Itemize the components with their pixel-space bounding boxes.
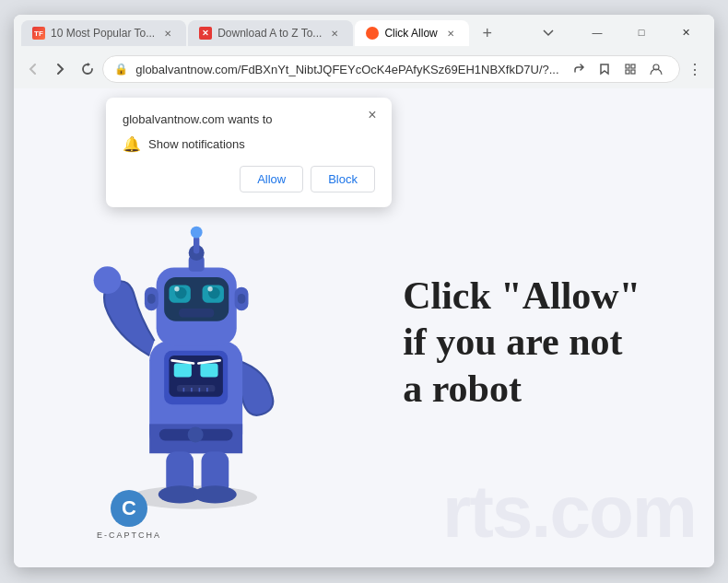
address-actions [567,57,668,81]
tab1-close[interactable]: ✕ [160,26,175,41]
svg-point-42 [194,485,237,503]
svg-point-26 [191,227,203,239]
popup-notification-text: Show notifications [148,137,245,151]
tab2-close[interactable]: ✕ [327,26,342,41]
page-content: rts.com [14,88,714,567]
new-tab-button[interactable]: + [475,20,500,46]
minimize-button[interactable]: — [576,18,618,46]
tab-dropdown-button[interactable] [535,20,561,46]
svg-rect-14 [200,364,217,378]
browser-window: TF 10 Most Popular To... ✕ ✕ Download A … [14,15,714,567]
tab-3[interactable]: Click Allow ✕ [355,20,468,46]
extension-button[interactable] [618,57,642,81]
share-button[interactable] [567,57,591,81]
tab1-favicon: TF [32,27,45,40]
popup-close-button[interactable]: × [362,105,382,125]
address-text: globalvantnow.com/FdBXnYt_NibtJQFEYcOcK4… [135,63,558,76]
svg-rect-38 [238,294,246,304]
watermark: rts.com [442,475,696,549]
text-line2: if you are not [403,319,640,365]
ecaptcha-logo: C E-CAPTCHA [97,490,161,540]
back-button[interactable] [21,56,44,82]
notification-popup: × globalvantnow.com wants to 🔔 Show noti… [106,98,392,207]
tab2-favicon: ✕ [199,27,212,40]
tab-1[interactable]: TF 10 Most Popular To... ✕ [21,20,186,46]
text-line1: Click "Allow" [403,273,640,319]
svg-rect-37 [147,294,156,304]
tabs-row: TF 10 Most Popular To... ✕ ✕ Download A … [14,20,569,46]
svg-point-10 [188,427,204,443]
block-button[interactable]: Block [311,166,375,192]
bookmark-button[interactable] [593,57,616,81]
profile-button[interactable] [644,57,668,81]
tab3-title: Click Allow [384,27,437,40]
maximize-button[interactable]: □ [620,18,663,46]
popup-title: globalvantnow.com wants to [123,112,375,126]
svg-rect-0 [626,64,629,68]
svg-rect-25 [194,236,199,253]
ecaptcha-icon: C [111,490,147,527]
svg-rect-2 [626,70,629,74]
tab3-close[interactable]: ✕ [443,26,458,41]
address-bar-row: 🔒 globalvantnow.com/FdBXnYt_NibtJQFEYcOc… [14,50,714,88]
ecaptcha-label: E-CAPTCHA [97,531,161,540]
svg-rect-1 [631,64,635,68]
lock-icon: 🔒 [114,63,128,76]
tab2-title: Download A to Z To... [217,27,322,40]
reload-button[interactable] [76,56,99,82]
address-bar[interactable]: 🔒 globalvantnow.com/FdBXnYt_NibtJQFEYcOc… [102,55,679,83]
menu-button[interactable]: ⋮ [684,56,707,82]
forward-button[interactable] [48,56,71,82]
popup-buttons: Allow Block [123,166,375,192]
svg-rect-3 [631,70,635,74]
robot-illustration [69,199,318,512]
close-button[interactable]: ✕ [664,18,707,46]
svg-rect-17 [177,385,215,391]
main-text: Click "Allow" if you are not a robot [403,273,640,412]
svg-point-32 [174,286,179,291]
title-bar: TF 10 Most Popular To... ✕ ✕ Download A … [14,15,714,88]
bell-icon: 🔔 [123,135,141,153]
svg-rect-13 [174,364,192,378]
svg-point-33 [207,286,212,291]
tab-2[interactable]: ✕ Download A to Z To... ✕ [188,20,353,46]
text-line3: a robot [403,365,640,411]
popup-notification-row: 🔔 Show notifications [123,135,375,153]
svg-point-6 [94,266,122,294]
allow-button[interactable]: Allow [240,166,303,192]
window-controls: — □ ✕ [569,15,714,50]
svg-rect-34 [179,309,214,318]
tab3-favicon [366,27,379,40]
tab1-title: 10 Most Popular To... [51,27,155,40]
